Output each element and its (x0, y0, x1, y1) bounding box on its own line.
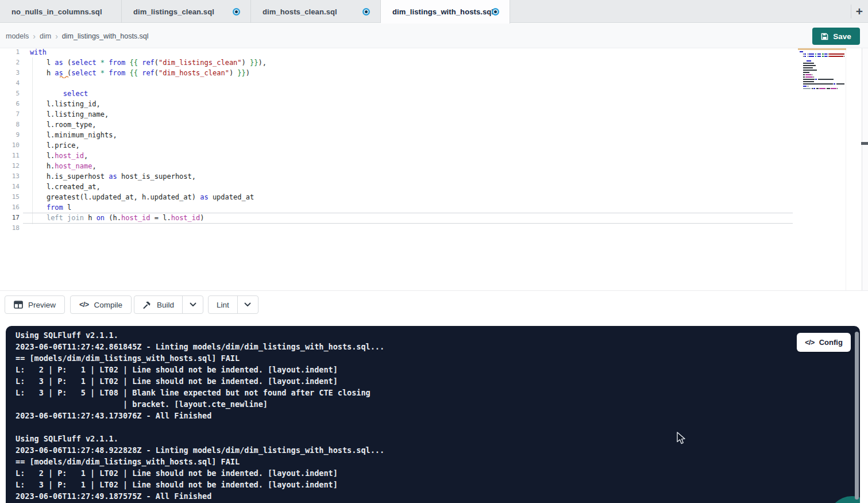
minimap-line (800, 79, 846, 80)
code-line[interactable]: h.host_name, (30, 161, 788, 171)
code-line[interactable]: greatest(l.updated_at, h.updated_at) as … (30, 192, 788, 202)
compile-button[interactable]: </> Compile (70, 295, 132, 314)
code-line[interactable]: l.created_at, (30, 182, 788, 192)
scroll-position-marker[interactable] (861, 142, 868, 145)
terminal-line: Using SQLFluff v2.1.1. (16, 433, 384, 444)
code-line[interactable]: l.host_id, (30, 151, 788, 161)
code-token: ) (229, 69, 237, 77)
unsaved-changes-dot (492, 8, 499, 16)
breadcrumb-item[interactable]: dim_listings_with_hosts.sql (62, 32, 149, 40)
code-token: l.created_at, (30, 183, 101, 191)
code-line[interactable]: from l (30, 202, 788, 213)
file-tab-label: no_nulls_in_columns.sql (11, 7, 102, 16)
minimap-bar (817, 56, 821, 57)
file-tab[interactable]: dim_hosts_clean.sql (251, 0, 381, 23)
build-dropdown-caret[interactable] (182, 296, 203, 313)
minimap-bar (808, 56, 808, 57)
file-tab-label: dim_listings_clean.sql (133, 7, 214, 16)
code-token: ( (155, 69, 159, 77)
preview-button[interactable]: Preview (5, 295, 65, 314)
code-line[interactable]: l.price, (30, 140, 788, 151)
editor-code-area[interactable]: with l as (select * from {{ ref("dim_lis… (30, 47, 788, 233)
code-editor[interactable]: 123456789101112131415161718 with l as (s… (0, 48, 868, 290)
code-token: host_id (55, 152, 84, 160)
terminal-scrollbar[interactable] (855, 332, 859, 500)
minimap-line (800, 76, 846, 78)
minimap-line (800, 65, 846, 66)
code-line[interactable]: l.minimum_nights, (30, 130, 788, 140)
file-tab[interactable]: no_nulls_in_columns.sql (0, 0, 122, 23)
terminal-line: L: 3 | P: 1 | LT02 | Line should not be … (16, 479, 384, 490)
file-tab[interactable]: dim_listings_clean.sql (122, 0, 251, 23)
minimap[interactable] (798, 48, 846, 290)
code-line[interactable]: l.listing_name, (30, 109, 788, 120)
minimap-line (800, 63, 846, 64)
minimap-bar (803, 72, 810, 73)
minimap-bar (816, 88, 819, 89)
lint-button-group: Lint (208, 295, 259, 314)
right-edge-divider (862, 48, 862, 292)
code-token: {{ (129, 59, 142, 67)
save-button-label: Save (833, 32, 851, 41)
minimap-bar (809, 53, 814, 55)
minimap-bar (824, 53, 827, 55)
file-tab-label: dim_hosts_clean.sql (263, 7, 337, 16)
compile-button-label: Compile (94, 301, 123, 309)
code-line[interactable]: with (30, 47, 788, 57)
minimap-bar (836, 83, 844, 85)
code-token: }} (237, 69, 245, 77)
tab-bar-divider (851, 5, 851, 18)
new-file-button[interactable]: + (852, 3, 867, 20)
build-button[interactable]: Build (134, 296, 182, 313)
save-button[interactable]: Save (812, 28, 860, 45)
code-token: select (71, 69, 96, 77)
code-line[interactable]: select (30, 89, 788, 99)
code-token: = l. (151, 214, 171, 222)
code-line[interactable]: h as (select * from {{ ref("dim_hosts_cl… (30, 68, 788, 78)
file-tab-bar: no_nulls_in_columns.sqldim_listings_clea… (0, 0, 868, 23)
code-token: "dim_listings_clean" (159, 59, 242, 67)
minimap-bar (803, 88, 811, 89)
code-token: }} (250, 59, 258, 67)
code-token (30, 203, 47, 212)
minimap-bar (813, 76, 814, 78)
code-brackets-icon: </> (79, 301, 89, 309)
code-token: l. (30, 152, 55, 160)
code-token: ), (258, 59, 266, 67)
line-number: 7 (0, 109, 20, 120)
config-button[interactable]: </> Config (797, 333, 851, 352)
code-line[interactable]: left join h on (h.host_id = l.host_id) (30, 213, 788, 223)
breadcrumb-separator: › (55, 32, 58, 41)
breadcrumb-item[interactable]: models (6, 32, 29, 40)
breadcrumb-item[interactable]: dim (40, 32, 51, 40)
terminal-line: 2023-06-06T11:27:43.173076Z - All Finish… (16, 410, 384, 421)
minimap-bar (828, 53, 828, 55)
code-token: , (84, 152, 88, 160)
code-token: select (63, 90, 88, 98)
terminal-line: 2023-06-06T11:27:48.922828Z - Linting mo… (16, 444, 384, 456)
minimap-bar (828, 56, 828, 57)
minimap-line (800, 86, 846, 87)
minimap-bar (844, 56, 844, 57)
line-number: 1 (0, 47, 20, 57)
code-line[interactable]: h.is_superhost as host_is_superhost, (30, 171, 788, 182)
code-line[interactable]: l as (select * from {{ ref("dim_listings… (30, 57, 788, 68)
code-brackets-icon: </> (805, 339, 815, 347)
code-line[interactable] (30, 223, 788, 233)
lint-dropdown-caret[interactable] (237, 296, 258, 313)
code-line[interactable]: l.room_type, (30, 120, 788, 130)
terminal-line: L: 3 | P: 5 | LT08 | Blank line expected… (16, 387, 384, 398)
file-header-row: models›dim›dim_listings_with_hosts.sql S… (0, 24, 868, 48)
code-token: ) (200, 214, 204, 222)
code-token: h (84, 214, 97, 222)
line-number: 18 (0, 223, 20, 233)
minimap-bar (837, 88, 838, 89)
code-token (97, 69, 101, 77)
line-number: 6 (0, 99, 20, 109)
terminal-line: == [models/dim/dim_listings_with_hosts.s… (16, 456, 384, 467)
file-tab[interactable]: dim_listings_with_hosts.sql (381, 0, 510, 24)
lint-button[interactable]: Lint (209, 296, 237, 313)
code-line[interactable] (30, 78, 788, 89)
minimap-bar (818, 79, 833, 80)
code-line[interactable]: l.listing_id, (30, 99, 788, 109)
